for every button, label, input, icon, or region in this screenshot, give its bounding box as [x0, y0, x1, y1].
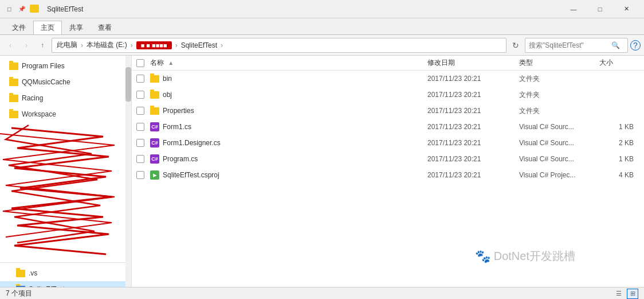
- status-bar: 7 个项目 ☰ ⊞: [0, 287, 644, 299]
- row-checkbox[interactable]: [136, 171, 150, 179]
- select-all-checkbox[interactable]: [136, 59, 144, 67]
- header-checkbox-col: [136, 59, 150, 67]
- sidebar-redacted-area: [0, 122, 131, 260]
- help-button[interactable]: ?: [630, 40, 641, 51]
- system-icon: ◻: [5, 5, 14, 14]
- path-pc[interactable]: 此电脑: [57, 40, 77, 50]
- ribbon-tabs: 文件 主页 共享 查看: [0, 18, 644, 34]
- col-header-name[interactable]: 名称 ▲: [150, 58, 427, 68]
- forward-button[interactable]: ›: [19, 38, 33, 52]
- sidebar-item-qqmusiccache[interactable]: QQMusicCache: [0, 74, 131, 90]
- search-input[interactable]: [529, 41, 609, 49]
- tab-file[interactable]: 文件: [5, 21, 33, 34]
- sidebar-item-sqliteeftest[interactable]: SqliteEfTest: [0, 281, 131, 287]
- close-button[interactable]: ✕: [613, 0, 639, 18]
- sidebar-item-label: Workspace: [22, 110, 56, 118]
- path-drive[interactable]: 本地磁盘 (E:): [87, 40, 127, 50]
- address-bar: ‹ › ↑ 此电脑 › 本地磁盘 (E:) › ■ ■ ■■■■ › Sqlit…: [0, 35, 644, 56]
- row-checkbox[interactable]: [136, 75, 150, 83]
- cs-icon: C#: [150, 154, 159, 164]
- view-controls: ☰ ⊞: [613, 289, 638, 299]
- up-button[interactable]: ↑: [36, 38, 49, 52]
- minimize-button[interactable]: —: [560, 0, 587, 18]
- folder-icon: [16, 270, 25, 277]
- path-sep-3: ›: [175, 41, 178, 49]
- folder-icon: [9, 79, 18, 86]
- folder-icon: [30, 5, 39, 13]
- table-row[interactable]: C# Form1.cs 2017/11/23 20:21 Visual C# S…: [132, 119, 644, 135]
- sidebar-item-program-files[interactable]: Program Files: [0, 58, 131, 74]
- refresh-button[interactable]: ↻: [509, 38, 523, 52]
- col-header-size[interactable]: 大小: [599, 58, 639, 68]
- folder-icon: [150, 91, 159, 99]
- file-modified: 2017/11/23 20:21: [427, 171, 519, 179]
- csproj-icon: ▶: [150, 170, 159, 180]
- file-list: 名称 ▲ 修改日期 类型 大小 bin 2017/11/23 20:21 文件夹…: [132, 56, 644, 287]
- sort-arrow: ▲: [168, 60, 174, 66]
- folder-icon: [9, 95, 18, 102]
- folder-icon: [16, 286, 25, 288]
- path-sep-4: ›: [221, 41, 223, 49]
- sidebar-item-racing[interactable]: Racing: [0, 90, 131, 106]
- tab-home[interactable]: 主页: [33, 21, 62, 34]
- sidebar-item-label: Program Files: [22, 62, 65, 70]
- file-name: Properties: [150, 107, 427, 115]
- sidebar-item-dot-vs[interactable]: .vs: [0, 265, 131, 281]
- file-name: C# Form1.Designer.cs: [150, 138, 427, 147]
- cs-icon: C#: [150, 122, 159, 131]
- watermark: 🐾 DotNet开发跳槽: [475, 248, 575, 264]
- file-name: C# Program.cs: [150, 154, 427, 164]
- file-modified: 2017/11/23 20:21: [427, 123, 519, 131]
- address-path[interactable]: 此电脑 › 本地磁盘 (E:) › ■ ■ ■■■■ › SqliteEfTes…: [52, 38, 506, 53]
- col-header-type[interactable]: 类型: [519, 58, 599, 68]
- tab-share[interactable]: 共享: [62, 21, 91, 34]
- table-row[interactable]: ▶ SqliteEfTest.csproj 2017/11/23 20:21 V…: [132, 167, 644, 183]
- file-modified: 2017/11/23 20:21: [427, 107, 519, 115]
- row-checkbox[interactable]: [136, 139, 150, 147]
- file-modified: 2017/11/23 20:21: [427, 91, 519, 99]
- row-checkbox[interactable]: [136, 123, 150, 131]
- back-button[interactable]: ‹: [3, 38, 17, 52]
- row-checkbox[interactable]: [136, 155, 150, 163]
- file-type: Visual C# Sourc...: [519, 139, 599, 147]
- item-count: 7 个项目: [6, 289, 32, 298]
- cs-icon: C#: [150, 138, 159, 147]
- file-modified: 2017/11/23 20:21: [427, 139, 519, 147]
- folder-icon: [150, 107, 159, 115]
- table-row[interactable]: C# Form1.Designer.cs 2017/11/23 20:21 Vi…: [132, 135, 644, 151]
- sidebar-scrollbar[interactable]: [125, 56, 131, 287]
- tab-view[interactable]: 查看: [91, 21, 119, 34]
- path-current[interactable]: SqliteEfTest: [181, 41, 217, 49]
- list-view-button[interactable]: ☰: [613, 289, 625, 299]
- file-name: ▶ SqliteEfTest.csproj: [150, 170, 427, 180]
- search-icon[interactable]: 🔍: [611, 41, 620, 49]
- window-title: SqliteEfTest: [47, 5, 560, 13]
- file-modified: 2017/11/23 20:21: [427, 75, 519, 83]
- file-size: 2 KB: [599, 139, 639, 147]
- sidebar-item-label: Racing: [22, 94, 43, 102]
- title-bar-system-icons: ◻ 📌: [5, 5, 42, 14]
- row-checkbox[interactable]: [136, 107, 150, 115]
- maximize-button[interactable]: □: [587, 0, 613, 18]
- window-controls: — □ ✕: [560, 0, 639, 18]
- pin-icon: 📌: [17, 5, 26, 14]
- sidebar: Program Files QQMusicCache Racing Worksp…: [0, 56, 132, 287]
- row-checkbox[interactable]: [136, 91, 150, 99]
- file-type: Visual C# Projec...: [519, 171, 599, 179]
- table-row[interactable]: C# Program.cs 2017/11/23 20:21 Visual C#…: [132, 151, 644, 167]
- table-row[interactable]: Properties 2017/11/23 20:21 文件夹: [132, 103, 644, 119]
- col-header-modified[interactable]: 修改日期: [427, 58, 519, 68]
- search-box[interactable]: 🔍: [525, 38, 628, 53]
- table-row[interactable]: bin 2017/11/23 20:21 文件夹: [132, 71, 644, 87]
- file-list-header: 名称 ▲ 修改日期 类型 大小: [132, 56, 644, 71]
- sidebar-item-label: SqliteEfTest: [29, 285, 65, 287]
- detail-view-button[interactable]: ⊞: [627, 289, 638, 299]
- sidebar-scroll-thumb[interactable]: [125, 67, 131, 102]
- path-sep-2: ›: [131, 41, 133, 49]
- file-type: 文件夹: [519, 74, 599, 84]
- file-type: 文件夹: [519, 90, 599, 100]
- sidebar-bottom: .vs SqliteEfTest: [0, 262, 131, 287]
- folder-icon: [150, 75, 159, 83]
- sidebar-item-workspace[interactable]: Workspace: [0, 106, 131, 122]
- table-row[interactable]: obj 2017/11/23 20:21 文件夹: [132, 87, 644, 103]
